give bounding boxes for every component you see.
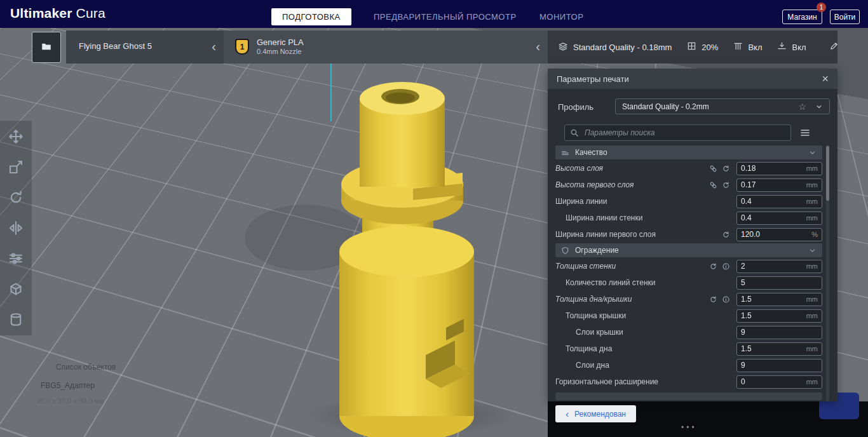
setting-row: Горизонтальное расширение0mm	[555, 373, 822, 390]
model-fbg5-adapter[interactable]	[0, 28, 550, 437]
setting-input[interactable]: 1.5mm	[736, 309, 822, 323]
setting-input[interactable]: 0.4mm	[736, 212, 822, 225]
logo-ultimaker: Ultimaker	[10, 6, 72, 20]
search-box[interactable]	[564, 124, 791, 141]
setting-label: Ширина линии первого слоя	[555, 230, 656, 239]
close-icon[interactable]: ×	[822, 73, 829, 84]
setting-label: Слои дна	[555, 361, 609, 370]
panel-scrollbar[interactable]	[826, 145, 829, 401]
setting-input[interactable]: 0.4mm	[736, 195, 822, 208]
app-logo: UltimakerCura	[10, 6, 105, 21]
revert-icon[interactable]	[709, 295, 717, 304]
support-icon	[733, 41, 743, 53]
setting-value: 0.17	[741, 180, 756, 189]
setting-value: 0.18	[741, 164, 756, 173]
revert-icon[interactable]	[722, 181, 730, 189]
scrollbar-thumb[interactable]	[826, 146, 829, 201]
setting-input[interactable]: 1.5mm	[736, 293, 822, 306]
setting-input[interactable]: 9	[736, 326, 822, 339]
infill-icon	[687, 41, 696, 53]
infill-summary-group: 20%	[687, 41, 718, 53]
app-header: UltimakerCura ПОДГОТОВКА ПРЕДВАРИТЕЛЬНЫЙ…	[0, 0, 868, 28]
setting-input[interactable]: 0mm	[736, 375, 822, 389]
setting-row: Толщина дна/крышки1.5mm	[555, 291, 822, 307]
setting-input[interactable]: 1.5mm	[736, 342, 822, 356]
chevron-down-icon	[808, 246, 817, 255]
material-selector[interactable]: 1 Generic PLA 0.4mm Nozzle ‹	[224, 30, 548, 64]
setting-row: Ширина линии стенки0.4mm	[555, 210, 822, 226]
setting-input[interactable]: 120.0%	[736, 228, 822, 241]
panel-header: Параметры печати ×	[548, 69, 837, 89]
setting-row: Ширина линии0.4mm	[555, 193, 822, 210]
link-icon[interactable]	[709, 181, 717, 189]
object-name[interactable]: FBG5_Адаптер	[41, 381, 95, 390]
tab-preview[interactable]: ПРЕДВАРИТЕЛЬНЫЙ ПРОСМОТР	[374, 12, 517, 22]
section-header[interactable]: Ограждение	[555, 243, 822, 257]
folder-icon	[39, 41, 53, 55]
support-blocker-tool[interactable]	[8, 281, 24, 297]
custom-tool[interactable]	[8, 311, 24, 328]
chevron-left-icon: ‹	[212, 38, 216, 55]
support-summary-group: Вкл	[733, 41, 762, 53]
move-tool[interactable]	[8, 128, 24, 145]
recommended-mode-button[interactable]: ‹ Рекомендован	[555, 405, 636, 422]
chevron-left-icon: ‹	[566, 409, 569, 419]
tab-monitor[interactable]: МОНИТОР	[539, 12, 583, 22]
printer-name: Flying Bear Ghost 5	[79, 41, 152, 51]
edit-settings-button[interactable]	[829, 41, 839, 53]
print-settings-summary[interactable]: Standard Quality - 0.18mm 20% Вкл Вкл	[548, 30, 837, 64]
adhesion-summary-group: Вкл	[777, 41, 806, 53]
profile-dropdown[interactable]: Standard Quality - 0.2mm ☆	[615, 98, 830, 114]
chevron-down-icon	[808, 149, 817, 157]
setting-input[interactable]: 9	[736, 359, 822, 372]
setting-unit: mm	[806, 378, 818, 386]
summary-support: Вкл	[748, 43, 762, 52]
sign-in-button[interactable]: Войти	[830, 10, 860, 24]
setting-row: Толщина дна1.5mm	[555, 340, 822, 357]
stage-handle-dots[interactable]: •••	[681, 423, 697, 432]
per-model-settings-tool[interactable]	[8, 250, 24, 267]
panel-title: Параметры печати	[557, 74, 629, 84]
search-icon	[570, 128, 579, 137]
summary-adhesion: Вкл	[792, 43, 806, 52]
logo-cura: Cura	[76, 6, 105, 20]
material-name: Generic PLA	[257, 37, 304, 47]
star-icon[interactable]: ☆	[798, 102, 806, 112]
profile-label: Профиль	[558, 102, 593, 112]
nozzle-size: 0.4mm Nozzle	[257, 48, 301, 55]
setting-label: Количество линий стенки	[555, 278, 655, 287]
adhesion-icon	[777, 41, 787, 53]
setting-value: 2	[741, 262, 745, 271]
marketplace-button[interactable]: Магазин	[782, 10, 822, 24]
scale-tool[interactable]	[8, 159, 24, 175]
setting-input[interactable]: 0.18mm	[736, 162, 822, 175]
search-input[interactable]	[583, 128, 785, 138]
setting-label: Высота слоя	[555, 164, 603, 173]
setting-row: Высота слоя0.18mm	[555, 160, 822, 177]
setting-label: Высота первого слоя	[555, 180, 634, 189]
setting-value: 0.4	[741, 213, 752, 222]
setting-row: Слои крышки9	[555, 324, 822, 340]
setting-input[interactable]: 2mm	[736, 260, 822, 273]
tool-column	[0, 121, 32, 335]
link-icon[interactable]	[709, 165, 717, 173]
setting-input[interactable]: 0.17mm	[736, 178, 822, 192]
menu-icon[interactable]	[799, 128, 811, 138]
open-file-button[interactable]	[32, 32, 61, 63]
object-list-label[interactable]: Список объектов	[56, 363, 116, 372]
revert-icon[interactable]	[722, 165, 730, 173]
setting-input[interactable]: 5	[736, 276, 822, 290]
revert-icon[interactable]	[709, 262, 717, 271]
section-header[interactable]: Качество	[555, 145, 822, 159]
rotate-tool[interactable]	[8, 189, 24, 206]
section-header-partial[interactable]	[555, 393, 822, 400]
revert-icon[interactable]	[722, 231, 730, 239]
setting-label: Слои крышки	[555, 328, 623, 337]
printer-selector[interactable]: Flying Bear Ghost 5 ‹	[66, 30, 224, 64]
info-icon[interactable]	[722, 262, 730, 271]
mirror-tool[interactable]	[8, 220, 24, 236]
tab-prepare[interactable]: ПОДГОТОВКА	[271, 8, 351, 25]
setting-row: Слои дна9	[555, 357, 822, 373]
profile-summary-group: Standard Quality - 0.18mm	[558, 41, 672, 53]
info-icon[interactable]	[722, 295, 730, 304]
